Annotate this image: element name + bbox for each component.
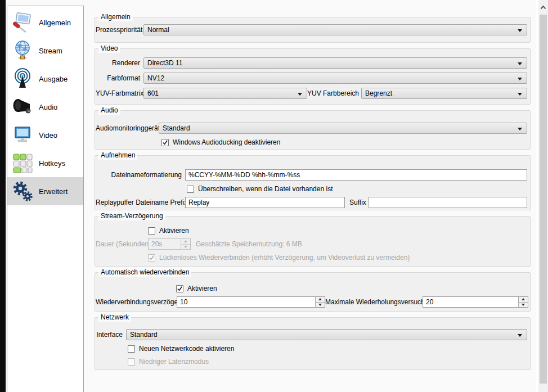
- checkmark-icon: [162, 139, 168, 146]
- spin-up-button[interactable]: [519, 297, 528, 303]
- spin-down-button[interactable]: [519, 303, 528, 308]
- preserve-cutoff-label: Lückenloses Wiederverbinden (erhöht Verz…: [159, 254, 410, 262]
- overwrite-if-exists-checkbox[interactable]: [187, 186, 194, 193]
- scrollbar-up-arrow[interactable]: [538, 3, 548, 11]
- spin-up-button: [181, 239, 190, 245]
- group-title: Audio: [98, 106, 120, 115]
- group-title: Aufnehmen: [98, 151, 137, 160]
- gears-advanced-icon: [11, 180, 34, 202]
- chevron-down-icon: [518, 29, 522, 32]
- group-audio: Audio Audiomonitoringgerät Standard Wind…: [95, 110, 531, 150]
- speaker-icon: [11, 96, 34, 118]
- sidebar-item-video[interactable]: Video: [7, 121, 83, 149]
- group-video: Video Renderer Direct3D 11 Farbformat NV…: [95, 48, 531, 105]
- max-retries-spinner[interactable]: 20: [423, 296, 528, 308]
- group-title: Stream-Verzögerung: [98, 212, 165, 220]
- sidebar-item-label: Audio: [39, 103, 57, 111]
- window-left-edge: [0, 0, 6, 392]
- replay-suffix-input[interactable]: [369, 197, 527, 208]
- replay-suffix-label: Suffix: [345, 199, 369, 206]
- group-reconnect: Automatisch wiederverbinden Aktivieren W…: [95, 272, 531, 312]
- spin-up-button[interactable]: [316, 297, 325, 303]
- sidebar-item-hotkeys[interactable]: Hotkeys: [7, 149, 83, 177]
- sidebar-item-label: Video: [39, 131, 57, 139]
- overwrite-if-exists-label: Überschreiben, wenn die Datei vorhanden …: [198, 185, 333, 193]
- reconnect-delay-spinner[interactable]: 10: [177, 296, 325, 308]
- group-netzwerk: Netzwerk Interface Standard Neuen Netzwe…: [95, 317, 531, 370]
- network-interface-label: Interface: [96, 331, 126, 339]
- general-settings-icon: [11, 11, 34, 34]
- sidebar-item-stream[interactable]: Stream: [7, 37, 83, 65]
- chevron-down-icon: [518, 62, 522, 65]
- sidebar-item-label: Allgemein: [39, 19, 71, 27]
- checkmark-icon: [177, 286, 183, 292]
- group-aufnehmen: Aufnehmen Dateinameformatierung Überschr…: [95, 155, 531, 210]
- reconnect-enable-checkbox[interactable]: [176, 285, 183, 292]
- estimated-memory-text: Geschätzte Speichernutzung: 6 MB: [196, 240, 302, 248]
- monitor-icon: [11, 124, 34, 146]
- low-latency-mode-checkbox: [128, 358, 135, 366]
- obs-settings-window: Allgemein Stream Ausgabe: [0, 0, 548, 392]
- chevron-down-icon: [298, 93, 302, 96]
- sidebar-item-allgemein[interactable]: Allgemein: [7, 8, 83, 37]
- broadcast-output-icon: [11, 67, 34, 90]
- checkmark-icon: [149, 255, 155, 261]
- disable-audio-ducking-checkbox[interactable]: [161, 139, 169, 146]
- filename-format-label: Dateinameformatierung: [96, 171, 185, 179]
- delay-duration-spinner: 20s: [148, 238, 191, 250]
- sidebar-item-ausgabe[interactable]: Ausgabe: [7, 65, 83, 93]
- sidebar-item-label: Ausgabe: [39, 75, 68, 83]
- group-allgemein: Allgemein Prozesspriorität Normal: [95, 17, 531, 43]
- color-format-label: Farbformat: [96, 74, 143, 82]
- vertical-scrollbar[interactable]: [538, 0, 548, 392]
- filename-format-input[interactable]: [185, 169, 527, 181]
- chevron-up-icon: [540, 4, 547, 10]
- preserve-cutoff-checkbox: [148, 254, 155, 262]
- settings-nav-list: Allgemein Stream Ausgabe: [7, 6, 84, 392]
- yuv-range-select[interactable]: Begrenzt: [361, 88, 527, 99]
- renderer-select[interactable]: Direct3D 11: [143, 57, 527, 69]
- disable-audio-ducking-label: Windows Audioducking deaktivieren: [173, 138, 280, 146]
- yuv-range-label: YUV Farbbereich: [307, 89, 361, 97]
- chevron-down-icon: [518, 78, 522, 80]
- color-format-select[interactable]: NV12: [143, 73, 527, 84]
- replay-prefix-label: Replaypuffer Dateiname Prefix: [96, 199, 185, 206]
- audio-monitoring-select[interactable]: Standard: [159, 123, 527, 134]
- yuv-matrix-select[interactable]: 601: [143, 88, 307, 99]
- stream-globe-icon: [11, 39, 34, 62]
- group-title: Automatisch wiederverbinden: [98, 268, 191, 277]
- new-networking-code-label: Neuen Netzwerkcode aktivieren: [139, 345, 234, 353]
- stream-delay-enable-label: Aktivieren: [159, 227, 189, 235]
- spin-down-button: [181, 245, 190, 250]
- sidebar-item-erweitert[interactable]: Erweitert: [7, 177, 83, 205]
- renderer-label: Renderer: [96, 59, 143, 67]
- hotkeys-keyboard-icon: [11, 152, 34, 174]
- new-networking-code-checkbox[interactable]: [128, 345, 135, 353]
- yuv-matrix-label: YUV-Farbmatrix: [96, 89, 143, 97]
- reconnect-delay-label: Wiederverbindungsverzögerung (Sekunden): [96, 298, 177, 306]
- reconnect-enable-label: Aktivieren: [187, 285, 217, 292]
- delay-duration-label: Dauer (Sekunden): [96, 240, 148, 248]
- sidebar-item-label: Stream: [39, 47, 62, 55]
- network-interface-select[interactable]: Standard: [126, 329, 527, 340]
- replay-prefix-input[interactable]: [185, 197, 345, 208]
- sidebar-item-label: Hotkeys: [39, 159, 65, 168]
- scrollbar-thumb[interactable]: [540, 15, 547, 384]
- process-priority-label: Prozesspriorität: [96, 26, 143, 34]
- sidebar-item-audio[interactable]: Audio: [7, 93, 83, 121]
- max-retries-label: Maximale Wiederholungsversuche: [325, 298, 423, 306]
- group-title: Video: [98, 44, 120, 53]
- sidebar-item-label: Erweitert: [39, 187, 68, 196]
- spin-down-button[interactable]: [316, 303, 325, 308]
- low-latency-mode-label: Niedriger Latenzmodus: [139, 358, 209, 366]
- group-stream-delay: Stream-Verzögerung Aktivieren Dauer (Sek…: [95, 216, 531, 267]
- chevron-down-icon: [518, 128, 522, 130]
- chevron-down-icon: [518, 334, 522, 337]
- process-priority-select[interactable]: Normal: [143, 24, 527, 35]
- chevron-down-icon: [518, 93, 522, 96]
- stream-delay-enable-checkbox[interactable]: [148, 227, 155, 235]
- group-title: Netzwerk: [98, 313, 131, 322]
- audio-monitoring-label: Audiomonitoringgerät: [96, 124, 159, 132]
- group-title: Allgemein: [98, 13, 133, 21]
